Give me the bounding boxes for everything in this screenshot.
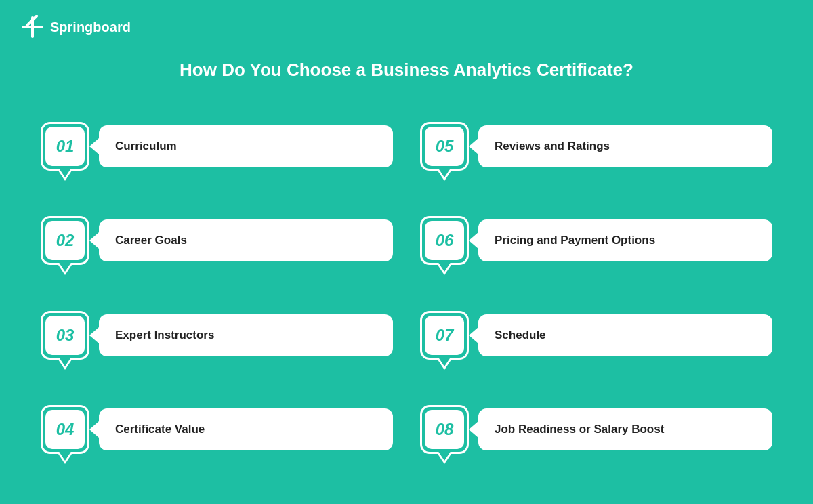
item-number-badge: 08 [420,405,469,454]
items-grid: 01Curriculum05Reviews and Ratings02Caree… [41,105,772,471]
list-item: 01Curriculum [41,105,393,188]
item-label: Reviews and Ratings [495,140,610,153]
item-number: 06 [425,221,464,260]
item-number: 08 [425,410,464,449]
item-label-bubble: Expert Instructors [99,314,393,356]
item-number: 01 [45,127,85,166]
list-item: 07Schedule [420,294,772,377]
list-item: 02Career Goals [41,200,393,282]
logo: Springboard [20,15,131,39]
item-label-bubble: Job Readiness or Salary Boost [478,408,772,450]
list-item: 05Reviews and Ratings [420,105,772,188]
logo-text: Springboard [50,20,131,35]
list-item: 06Pricing and Payment Options [420,200,772,282]
item-number-badge: 04 [41,405,89,454]
item-number-badge: 03 [41,311,89,360]
item-label-bubble: Career Goals [99,219,393,261]
item-label-bubble: Certificate Value [99,408,393,450]
item-label: Job Readiness or Salary Boost [495,423,664,436]
item-number: 03 [45,316,85,355]
item-number-badge: 01 [41,122,89,171]
item-label: Expert Instructors [115,329,214,342]
item-number-badge: 07 [420,311,469,360]
item-number: 02 [45,221,85,260]
springboard-logo-icon [20,15,45,39]
item-label: Curriculum [115,140,177,153]
item-label: Pricing and Payment Options [495,234,655,247]
item-label-bubble: Pricing and Payment Options [478,219,772,261]
item-number: 07 [425,316,464,355]
item-label: Schedule [495,329,546,342]
item-number-badge: 06 [420,216,469,265]
item-label: Career Goals [115,234,187,247]
item-label-bubble: Reviews and Ratings [478,125,772,167]
list-item: 04Certificate Value [41,389,393,471]
page-title: How Do You Choose a Business Analytics C… [0,60,813,81]
list-item: 03Expert Instructors [41,294,393,377]
list-item: 08Job Readiness or Salary Boost [420,389,772,471]
item-number: 05 [425,127,464,166]
svg-rect-3 [20,37,30,39]
item-number-badge: 02 [41,216,89,265]
svg-rect-1 [22,26,43,28]
item-number-badge: 05 [420,122,469,171]
item-label-bubble: Curriculum [99,125,393,167]
item-label-bubble: Schedule [478,314,772,356]
item-number: 04 [45,410,85,449]
item-label: Certificate Value [115,423,205,436]
